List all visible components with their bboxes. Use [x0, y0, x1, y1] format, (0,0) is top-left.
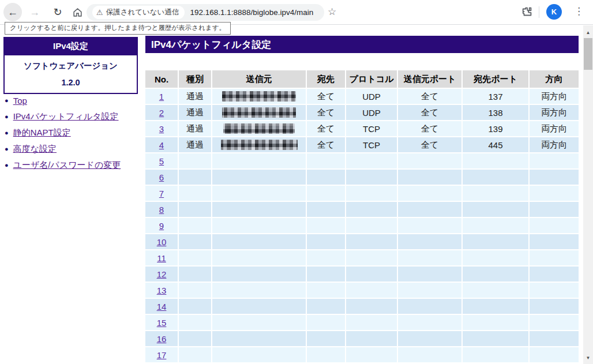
- type-cell: [179, 331, 211, 346]
- forward-button[interactable]: →: [25, 3, 44, 21]
- protocol-cell: [346, 153, 397, 168]
- home-icon: [72, 7, 83, 18]
- direction-cell: [530, 331, 579, 346]
- rule-number-cell: 5: [145, 153, 178, 168]
- extensions-icon[interactable]: [521, 6, 534, 18]
- destination-cell: [307, 218, 345, 233]
- rule-number-cell: 15: [145, 315, 178, 330]
- type-cell: [179, 315, 211, 330]
- sidebar-nav-item: ●Top: [5, 92, 143, 108]
- menu-kebab-icon[interactable]: ⋮: [574, 5, 584, 17]
- rule-number-cell: 4: [145, 137, 178, 152]
- home-button[interactable]: [68, 3, 87, 21]
- bookmark-star-icon[interactable]: ☆: [328, 6, 336, 18]
- masked-source-mosaic: [223, 123, 295, 134]
- type-cell: [179, 299, 211, 314]
- rule-link[interactable]: 17: [157, 350, 167, 360]
- rule-link[interactable]: 10: [157, 237, 167, 247]
- direction-cell: 両方向: [530, 121, 579, 136]
- rule-link[interactable]: 13: [157, 286, 167, 295]
- destination-cell: 全て: [307, 137, 345, 152]
- sidebar-link-3[interactable]: 高度な設定: [13, 144, 57, 155]
- source-cell: [212, 283, 306, 298]
- rule-link[interactable]: 12: [157, 269, 167, 279]
- type-cell: 通過: [179, 137, 211, 152]
- address-bar[interactable]: ⚠ 保護されていない通信 192.168.1.1:8888/biglobe.ip…: [87, 4, 324, 21]
- rule-link[interactable]: 5: [159, 156, 164, 166]
- rule-link[interactable]: 11: [157, 253, 166, 263]
- scrollbar-down-arrow[interactable]: ▼: [583, 354, 593, 362]
- table-row: 15: [145, 315, 579, 330]
- rule-link[interactable]: 14: [157, 302, 167, 312]
- table-row: 6: [145, 170, 579, 185]
- rule-link[interactable]: 1: [159, 92, 164, 102]
- source-cell: [212, 234, 306, 249]
- scrollbar-up-arrow[interactable]: ▲: [583, 28, 593, 37]
- page-scrollbar[interactable]: ▲ ▼: [583, 25, 593, 364]
- back-button[interactable]: ←: [3, 3, 22, 21]
- warning-triangle-icon: ⚠: [96, 9, 103, 16]
- bullet-icon: ●: [5, 129, 9, 136]
- rule-link[interactable]: 8: [159, 205, 164, 215]
- source-cell: [212, 105, 306, 120]
- type-cell: [179, 267, 211, 282]
- direction-cell: [530, 153, 579, 168]
- rule-link[interactable]: 7: [159, 189, 164, 198]
- rule-number-cell: 3: [145, 121, 178, 136]
- sidebar-nav: ●Top●IPv4パケットフィルタ設定●静的NAPT設定●高度な設定●ユーザ名/…: [5, 92, 143, 173]
- rule-number-cell: 12: [145, 267, 178, 282]
- table-row: 7: [145, 186, 579, 201]
- profile-avatar[interactable]: K: [546, 4, 562, 20]
- table-row: 2通過全てUDP全て138両方向: [145, 105, 579, 120]
- sidebar-nav-item: ●ユーザ名/パスワードの変更: [5, 157, 143, 173]
- direction-cell: [530, 218, 579, 233]
- destination-port-cell: [463, 315, 528, 330]
- rule-link[interactable]: 15: [157, 318, 167, 328]
- source-port-cell: 全て: [398, 121, 461, 136]
- rule-link[interactable]: 2: [159, 108, 164, 118]
- rule-number-cell: 13: [145, 283, 178, 298]
- source-cell: [212, 89, 306, 104]
- masked-source-mosaic: [221, 140, 298, 150]
- source-port-cell: 全て: [398, 105, 461, 120]
- sidebar-link-0[interactable]: Top: [13, 96, 27, 106]
- rule-number-cell: 14: [145, 299, 178, 314]
- sidebar-link-1[interactable]: IPv4パケットフィルタ設定: [13, 111, 119, 122]
- source-cell: [212, 202, 306, 217]
- sidebar-link-4[interactable]: ユーザ名/パスワードの変更: [13, 160, 121, 171]
- protocol-cell: [346, 347, 397, 362]
- sidebar-nav-item: ●IPv4パケットフィルタ設定: [5, 108, 143, 125]
- filter-table-wrap: No.種別送信元宛先プロトコル送信元ポート宛先ポート方向 1通過全てUDP全て1…: [144, 69, 580, 363]
- url-text: 192.168.1.1:8888/biglobe.ipv4/main: [190, 8, 313, 17]
- scrollbar-thumb[interactable]: [584, 38, 592, 70]
- destination-port-cell: [463, 234, 528, 249]
- rule-link[interactable]: 9: [159, 221, 164, 231]
- destination-cell: [307, 283, 345, 298]
- source-cell: [212, 121, 306, 136]
- refresh-button[interactable]: ↻: [48, 3, 67, 21]
- protocol-cell: [346, 218, 397, 233]
- source-cell: [212, 267, 306, 282]
- table-row: 14: [145, 299, 579, 314]
- rule-link[interactable]: 3: [159, 124, 164, 134]
- browser-toolbar: ← → ↻ ⚠ 保護されていない通信 192.168.1.1:8888/bigl…: [0, 0, 593, 25]
- rule-link[interactable]: 6: [159, 172, 164, 182]
- sidebar-link-2[interactable]: 静的NAPT設定: [13, 127, 71, 138]
- table-row: 5: [145, 153, 579, 168]
- destination-cell: 全て: [307, 89, 345, 104]
- destination-port-cell: 138: [463, 105, 528, 120]
- column-header: 宛先ポート: [463, 70, 528, 88]
- table-row: 1通過全てUDP全て137両方向: [145, 89, 579, 104]
- rule-link[interactable]: 4: [159, 140, 164, 150]
- direction-cell: 両方向: [530, 105, 579, 120]
- direction-cell: [530, 170, 579, 185]
- table-row: 9: [145, 218, 579, 233]
- software-version-label: ソフトウェアバージョン: [5, 61, 137, 72]
- type-cell: [179, 202, 211, 217]
- destination-port-cell: [463, 153, 528, 168]
- table-row: 4通過全てTCP全て445両方向: [145, 137, 579, 152]
- site-security-chip[interactable]: ⚠ 保護されていない通信: [92, 6, 185, 19]
- destination-port-cell: [463, 170, 528, 185]
- rule-link[interactable]: 16: [157, 334, 167, 344]
- bullet-icon: ●: [5, 145, 9, 152]
